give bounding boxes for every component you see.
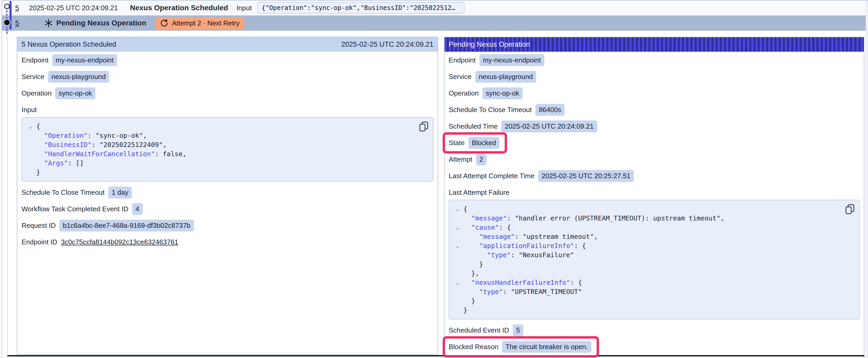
collapse-chevron-icon[interactable]: ⌄ [452,204,463,214]
code-gutter [25,159,36,168]
expanded-area-left-border [7,31,8,356]
field-label: Endpoint [449,56,476,64]
code-text: "type": "UPSTREAM_TIMEOUT" [463,287,582,296]
code-text: "Args": [] [36,159,84,168]
pending-operation-panel-header: Pending Nexus Operation [444,37,864,52]
panel-title: Pending Nexus Operation [449,40,530,48]
field-label: Service [449,73,471,81]
field-value-chip: 1 day [108,187,132,198]
field-value-chip: nexus-playground [475,71,536,83]
field-value-chip: b1c6a4bc-8ee7-468a-9169-df3b02c8737b [59,220,194,231]
code-text: "Operation": "sync-op-ok", [36,131,147,140]
pending-operation-panel-body: Endpoint my-nexus-endpoint Service nexus… [444,52,864,353]
collapse-chevron-icon[interactable]: ⌄ [25,122,36,131]
timeline-connector-line [6,10,7,19]
code-line: ⌄{ [25,122,417,131]
code-line: "HandlerWaitForCancellation": false, [25,149,417,159]
event-timestamp: 2025-02-25 UTC 20:24:09.21 [29,4,118,12]
field-label: Schedule To Close Timeout [449,106,532,114]
code-line: ⌄{ [452,204,843,214]
timeline-current-dot-icon [4,20,10,25]
field-value-chip: 2025-02-25 UTC 20:24:09.21 [501,121,597,132]
field-label: State [449,139,465,147]
timeline-active-bar [9,1,11,29]
code-line: "Operation": "sync-op-ok", [25,131,417,140]
field-label: Endpoint [22,56,49,64]
field-value-chip: my-nexus-endpoint [479,54,544,66]
collapse-chevron-icon[interactable]: ⌄ [452,223,463,232]
code-text: { [36,122,40,131]
code-text: "message": "handler error (UPSTREAM_TIME… [463,214,724,223]
field-value-chip: 86400s [535,104,564,116]
code-text: } [463,305,467,315]
code-line: "message": "handler error (UPSTREAM_TIME… [452,214,843,223]
code-text: { [463,204,467,214]
field-label: Scheduled Event ID [449,326,509,334]
event-input-preview[interactable]: {"Operation":"sync-op-ok","BusinessID":"… [257,2,464,14]
field-scheduled-time: Scheduled Time 2025-02-25 UTC 20:24:09.2… [449,121,860,132]
event-row-pending[interactable]: 5 Pending Nexus Operation Attempt 2 · Ne… [2,15,866,31]
field-label: Last Attempt Failure [449,189,509,197]
code-line: } [452,260,843,269]
timeline-event-dot-icon [4,4,10,9]
event-title: Pending Nexus Operation [56,19,146,27]
copy-icon[interactable] [419,121,429,132]
event-id-link[interactable]: 5 [15,4,19,12]
code-line: } [452,296,843,305]
field-schedule-to-close-timeout: Schedule To Close Timeout 86400s [449,104,860,116]
field-attempt: Attempt 2 [449,154,860,165]
field-label: Last Attempt Complete Time [449,172,535,180]
field-service: Service nexus-playground [449,71,860,83]
collapse-chevron-icon[interactable]: ⌄ [452,278,463,287]
pending-asterisk-icon [44,19,53,28]
event-detail-panel-header: 5 Nexus Operation Scheduled 2025-02-25 U… [17,37,438,52]
field-label: Workflow Task Completed Event ID [22,205,128,213]
field-label: Operation [449,89,479,97]
timeline-connector-line [6,27,7,34]
code-line: } [452,305,843,315]
field-schedule-to-close-timeout: Schedule To Close Timeout 1 day [22,187,433,198]
event-row-scheduled[interactable]: 5 2025-02-25 UTC 20:24:09.21 Nexus Opera… [2,1,866,15]
panel-timestamp: 2025-02-25 UTC 20:24:09.21 [341,40,433,48]
event-id-link[interactable]: 5 [15,19,19,27]
code-line: ⌄"nexusHandlerFailureInfo": { [452,278,843,287]
field-value-chip: 2 [476,154,487,165]
field-scheduled-event-id: Scheduled Event ID 5 [449,324,860,336]
code-gutter [25,131,36,140]
event-detail-panel: 5 Nexus Operation Scheduled 2025-02-25 U… [17,37,438,355]
copy-icon[interactable] [845,204,855,215]
field-value-chip: my-nexus-endpoint [52,54,117,66]
code-text: "BusinessID": "20250225122409", [36,140,167,149]
scrollbar-gutter[interactable] [866,1,868,358]
code-gutter [452,269,463,278]
state-highlight-annotation: State Blocked [443,132,507,154]
retry-icon [160,19,168,27]
code-gutter [452,250,463,260]
field-label: Operation [22,89,52,97]
code-gutter [452,305,463,315]
code-text: } [36,168,40,177]
field-state-row: State Blocked [449,137,860,149]
field-endpoint-id: Endpoint ID 3c0c75ccfa8144b092c13ce63246… [22,236,433,248]
failure-json-viewer: ⌄{"message": "handler error (UPSTREAM_TI… [449,200,860,319]
code-line: "type": "NexusFailure" [452,250,843,260]
input-json-viewer: ⌄{"Operation": "sync-op-ok","BusinessID"… [22,117,433,182]
code-line: }, [452,269,843,278]
code-gutter [25,140,36,149]
code-gutter [452,232,463,241]
event-detail-panel-body: Endpoint my-nexus-endpoint Service nexus… [17,52,438,248]
field-last-attempt-failure-label: Last Attempt Failure [449,187,860,198]
endpoint-id-link[interactable]: 3c0c75ccfa8144b092c13ce632463761 [61,238,178,246]
collapse-chevron-icon[interactable]: ⌄ [452,241,463,250]
code-text: "message": "upstream timeout", [463,232,598,241]
field-blocked-reason-row: Blocked Reason The circuit breaker is op… [449,341,860,353]
code-line: ⌄"cause": { [452,223,843,232]
code-line: "BusinessID": "20250225122409", [25,140,417,149]
field-value-chip: sync-op-ok [55,88,95,99]
pending-operation-panel: Pending Nexus Operation Endpoint my-nexu… [444,37,864,358]
code-text: } [463,296,475,305]
field-label: Request ID [22,222,56,230]
code-text: "HandlerWaitForCancellation": false, [36,149,187,159]
field-label: Scheduled Time [449,122,498,130]
field-request-id: Request ID b1c6a4bc-8ee7-468a-9169-df3b0… [22,220,433,231]
